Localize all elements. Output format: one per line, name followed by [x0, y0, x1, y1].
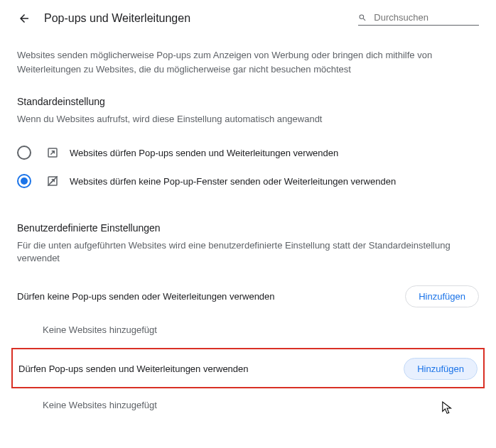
intro-text: Websites senden möglicherweise Pop-ups z… [17, 48, 479, 76]
block-list-label: Dürfen keine Pop-ups senden oder Weiterl… [17, 291, 275, 302]
search-field[interactable] [358, 11, 479, 26]
block-list-empty: Keine Websites hinzugefügt [17, 313, 479, 338]
radio-button[interactable] [17, 146, 31, 160]
search-input[interactable] [372, 11, 479, 23]
search-icon [358, 13, 367, 23]
radio-button[interactable] [17, 174, 31, 188]
add-blocked-site-button[interactable]: Hinzufügen [405, 285, 479, 307]
default-behavior-desc: Wenn du Websites aufrufst, wird diese Ei… [17, 113, 479, 126]
custom-settings-title: Benutzerdefinierte Einstellungen [17, 222, 479, 234]
allow-list-label: Dürfen Pop-ups senden und Weiterleitunge… [18, 364, 249, 374]
custom-settings-desc: Für die unten aufgeführten Websites wird… [17, 239, 479, 265]
block-list-section: Dürfen keine Pop-ups senden oder Weiterl… [17, 280, 479, 338]
radio-option-allow[interactable]: Websites dürfen Pop-ups senden und Weite… [17, 138, 479, 167]
page-title: Pop-ups und Weiterleitungen [44, 12, 190, 25]
arrow-left-icon [18, 12, 31, 25]
radio-label: Websites dürfen keine Pop-up-Fenster sen… [70, 176, 396, 187]
open-new-blocked-icon [45, 174, 60, 188]
allow-list-empty: Keine Websites hinzugefügt [17, 388, 479, 413]
radio-option-block[interactable]: Websites dürfen keine Pop-up-Fenster sen… [17, 167, 479, 195]
add-allowed-site-button[interactable]: Hinzufügen [404, 358, 478, 380]
svg-line-2 [48, 176, 58, 186]
allow-list-highlight: Dürfen Pop-ups senden und Weiterleitunge… [11, 348, 485, 388]
radio-label: Websites dürfen Pop-ups senden und Weite… [70, 148, 338, 158]
open-new-icon [45, 146, 60, 160]
default-behavior-title: Standardeinstellung [17, 96, 479, 107]
back-button[interactable] [17, 11, 31, 26]
